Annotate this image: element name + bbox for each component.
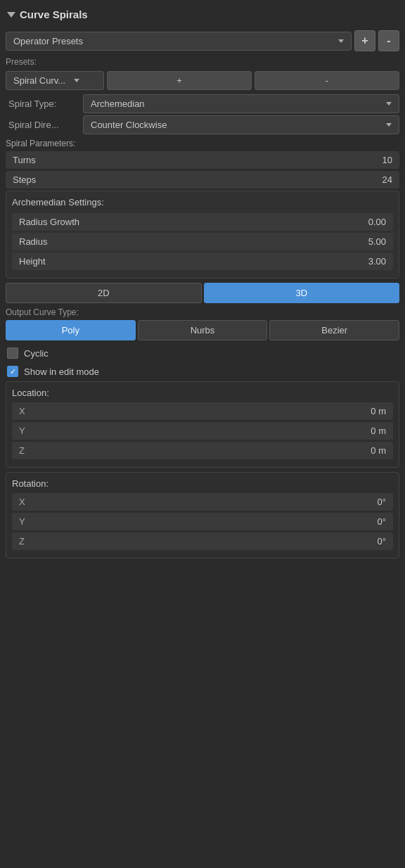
turns-row[interactable]: Turns 10 — [6, 151, 399, 169]
cyclic-label: Cyclic — [24, 348, 49, 359]
operator-presets-remove-button[interactable]: - — [378, 30, 399, 51]
radius-growth-row[interactable]: Radius Growth 0.00 — [12, 213, 393, 231]
preset-dropdown[interactable]: Spiral Curv... — [6, 71, 104, 90]
radius-row[interactable]: Radius 5.00 — [12, 233, 393, 250]
spiral-type-row: Spiral Type: Archemedian — [6, 94, 399, 113]
location-x-row[interactable]: X 0 m — [12, 402, 393, 420]
location-x-label: X — [19, 406, 33, 416]
archemedian-settings-title: Archemedian Settings: — [12, 197, 393, 208]
spiral-parameters-label: Spiral Parameters: — [6, 139, 399, 148]
operator-presets-select[interactable]: Operator Presets — [6, 32, 352, 51]
show-in-edit-mode-row[interactable]: Show in edit mode — [6, 363, 399, 380]
rotation-section: Rotation: X 0° Y 0° Z 0° — [6, 472, 399, 559]
operator-presets-bar: Operator Presets + - — [6, 30, 399, 51]
rotation-x-row[interactable]: X 0° — [12, 493, 393, 511]
operator-presets-add-button[interactable]: + — [354, 30, 375, 51]
turns-label: Turns — [13, 155, 382, 165]
rotation-title: Rotation: — [12, 478, 393, 489]
spiral-parameters-fields: Turns 10 Steps 24 — [6, 151, 399, 189]
show-in-edit-mode-label: Show in edit mode — [24, 366, 99, 377]
preset-remove-button[interactable]: - — [255, 71, 399, 90]
spiral-direction-label: Spiral Dire... — [6, 120, 83, 130]
location-z-row[interactable]: Z 0 m — [12, 442, 393, 459]
height-value: 3.00 — [368, 256, 386, 267]
steps-label: Steps — [13, 174, 382, 185]
cyclic-row[interactable]: Cyclic — [6, 345, 399, 362]
location-x-value: 0 m — [33, 406, 386, 416]
bezier-button[interactable]: Bezier — [269, 320, 399, 340]
location-y-label: Y — [19, 426, 33, 436]
steps-value: 24 — [382, 174, 392, 185]
chevron-down-icon — [386, 123, 392, 127]
height-row[interactable]: Height 3.00 — [12, 253, 393, 270]
rotation-z-row[interactable]: Z 0° — [12, 532, 393, 550]
spiral-type-label: Spiral Type: — [6, 98, 83, 109]
height-label: Height — [19, 256, 368, 267]
rotation-z-label: Z — [19, 536, 33, 547]
rotation-z-value: 0° — [33, 536, 386, 547]
rotation-y-row[interactable]: Y 0° — [12, 513, 393, 530]
preset-add-button[interactable]: + — [107, 71, 252, 90]
presets-label: Presets: — [6, 56, 399, 68]
location-z-value: 0 m — [33, 445, 386, 456]
location-y-value: 0 m — [33, 426, 386, 436]
dimension-toggle-group: 2D 3D — [6, 283, 399, 303]
rotation-y-value: 0° — [33, 516, 386, 527]
rotation-x-value: 0° — [33, 497, 386, 507]
cyclic-checkbox[interactable] — [7, 347, 18, 359]
location-y-row[interactable]: Y 0 m — [12, 422, 393, 440]
location-section: Location: X 0 m Y 0 m Z 0 m — [6, 381, 399, 468]
show-in-edit-mode-checkbox[interactable] — [7, 366, 18, 377]
spiral-direction-row: Spiral Dire... Counter Clockwise — [6, 115, 399, 134]
radius-growth-value: 0.00 — [368, 217, 386, 227]
location-z-label: Z — [19, 445, 33, 456]
output-curve-type-label: Output Curve Type: — [6, 307, 399, 317]
panel-title: Curve Spirals — [20, 8, 88, 20]
chevron-down-icon — [74, 79, 79, 82]
poly-button[interactable]: Poly — [6, 320, 136, 340]
panel-header: Curve Spirals — [6, 6, 399, 23]
nurbs-button[interactable]: Nurbs — [138, 320, 268, 340]
presets-row: Spiral Curv... + - — [6, 71, 399, 90]
spiral-direction-select[interactable]: Counter Clockwise — [83, 115, 399, 134]
steps-row[interactable]: Steps 24 — [6, 171, 399, 189]
spiral-type-select[interactable]: Archemedian — [83, 94, 399, 113]
location-title: Location: — [12, 388, 393, 398]
rotation-x-label: X — [19, 497, 33, 507]
chevron-down-icon — [386, 102, 392, 106]
2d-toggle-button[interactable]: 2D — [6, 283, 202, 303]
radius-value: 5.00 — [368, 236, 386, 247]
output-curve-type-group: Poly Nurbs Bezier — [6, 320, 399, 340]
archemedian-settings-section: Archemedian Settings: Radius Growth 0.00… — [6, 191, 399, 279]
3d-toggle-button[interactable]: 3D — [204, 283, 400, 303]
radius-label: Radius — [19, 236, 368, 247]
collapse-icon[interactable] — [7, 12, 15, 18]
curve-spirals-panel: Curve Spirals Operator Presets + - Prese… — [0, 0, 405, 568]
turns-value: 10 — [382, 155, 392, 165]
chevron-down-icon — [338, 39, 344, 43]
radius-growth-label: Radius Growth — [19, 217, 368, 227]
rotation-y-label: Y — [19, 516, 33, 527]
